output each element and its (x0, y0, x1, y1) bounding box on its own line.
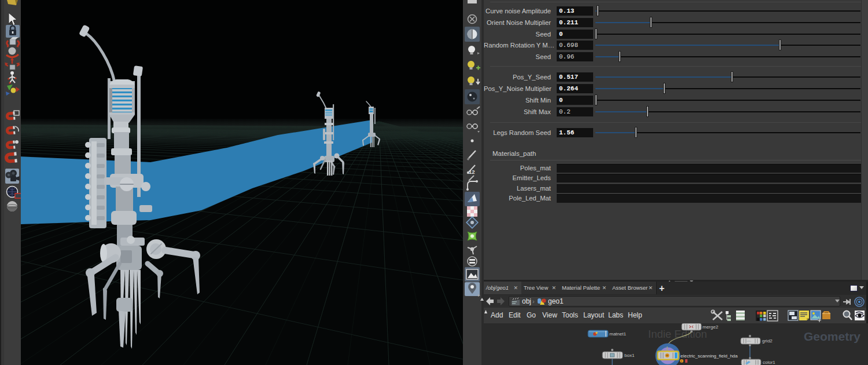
svg-text:grid2: grid2 (762, 338, 773, 344)
svg-text:color1: color1 (763, 360, 775, 365)
svg-text:matnet1: matnet1 (609, 331, 626, 337)
svg-text:12: 12 (469, 169, 475, 175)
svg-text:box1: box1 (624, 353, 635, 358)
svg-text:merge2: merge2 (703, 324, 719, 330)
svg-text:!: ! (681, 360, 682, 363)
svg-text:electric_scanning_field_hda: electric_scanning_field_hda (681, 353, 738, 359)
svg-text:Geometry: Geometry (804, 330, 860, 343)
